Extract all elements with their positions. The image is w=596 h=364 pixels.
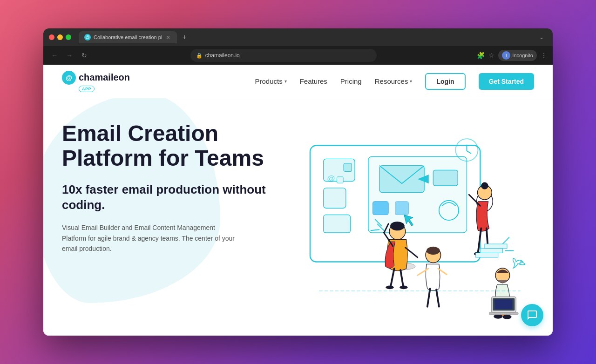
svg-point-46: [427, 247, 440, 255]
svg-rect-26: [485, 244, 507, 249]
back-button[interactable]: ←: [49, 50, 60, 61]
svg-rect-3: [324, 215, 351, 233]
svg-rect-57: [344, 163, 352, 171]
nav-features[interactable]: Features: [300, 77, 327, 85]
minimize-button[interactable]: [57, 34, 63, 40]
svg-line-34: [391, 269, 394, 286]
nav-products[interactable]: Products ▾: [255, 77, 286, 85]
profile-button[interactable]: I Incognito: [498, 50, 537, 61]
svg-point-40: [503, 315, 512, 319]
tab-title: Collaborative email creation pl: [94, 34, 162, 40]
tab-bar: @ Collaborative email creation pl ✕ +: [79, 31, 532, 43]
tab-favicon: @: [84, 34, 91, 40]
address-actions: 🧩 ☆ I Incognito ⋮: [477, 50, 547, 61]
svg-point-39: [494, 314, 502, 319]
maximize-button[interactable]: [66, 34, 71, 40]
window-controls: ⌄: [536, 32, 547, 43]
svg-point-30: [390, 222, 405, 230]
svg-text:@: @: [327, 174, 335, 183]
hero-section: Email Creation Platform for Teams 10x fa…: [43, 98, 553, 336]
hero-title: Email Creation Platform for Teams: [62, 121, 274, 171]
svg-rect-25: [481, 249, 503, 253]
title-bar: @ Collaborative email creation pl ✕ + ⌄: [43, 28, 553, 46]
window-collapse-icon[interactable]: ⌄: [536, 32, 547, 43]
browser-tab[interactable]: @ Collaborative email creation pl ✕: [79, 31, 177, 43]
hero-left: Email Creation Platform for Teams 10x fa…: [62, 117, 274, 326]
svg-rect-58: [337, 177, 343, 183]
close-button[interactable]: [49, 34, 54, 40]
logo-main: @ chamaileon: [62, 71, 130, 85]
login-button[interactable]: Login: [425, 73, 465, 90]
svg-rect-9: [373, 202, 389, 215]
extensions-icon[interactable]: 🧩: [477, 52, 485, 59]
svg-line-35: [400, 270, 403, 287]
lock-icon: 🔒: [196, 53, 203, 59]
more-options-icon[interactable]: ⋮: [541, 52, 547, 59]
address-bar: ← → ↻ 🔒 chamaileon.io 🧩 ☆ I Incognito ⋮: [43, 46, 553, 65]
star-icon[interactable]: ☆: [488, 52, 494, 59]
svg-rect-6: [433, 170, 458, 186]
new-tab-button[interactable]: +: [179, 32, 190, 43]
logo-area[interactable]: @ chamaileon APP: [62, 71, 130, 92]
svg-point-37: [400, 285, 408, 289]
products-chevron-icon: ▾: [284, 79, 287, 84]
browser-window: @ Collaborative email creation pl ✕ + ⌄ …: [43, 28, 553, 336]
logo-icon: @: [62, 71, 76, 85]
logo-badge: APP: [79, 86, 95, 92]
refresh-button[interactable]: ↻: [79, 50, 90, 61]
svg-rect-43: [489, 312, 518, 315]
profile-label: Incognito: [512, 53, 533, 58]
forward-button[interactable]: →: [64, 50, 75, 61]
svg-line-55: [503, 237, 509, 244]
profile-avatar: I: [502, 51, 510, 60]
chat-button[interactable]: [521, 304, 543, 326]
hero-subtitle: 10x faster email production without codi…: [62, 182, 274, 214]
svg-point-23: [481, 182, 488, 189]
logo-text: chamaileon: [79, 72, 130, 83]
nav-pricing[interactable]: Pricing: [340, 77, 362, 85]
svg-rect-5: [379, 166, 424, 193]
svg-line-50: [436, 290, 439, 307]
nav-resources[interactable]: Resources ▾: [375, 77, 413, 85]
get-started-button[interactable]: Get Started: [479, 73, 534, 90]
hero-description: Visual Email Builder and Email Content M…: [62, 222, 239, 254]
hero-illustration: @: [274, 117, 534, 326]
url-text: chamaileon.io: [205, 52, 240, 59]
page-content: @ chamaileon APP Products ▾ Features Pri…: [43, 65, 553, 336]
svg-rect-24: [476, 253, 498, 257]
tab-close-button[interactable]: ✕: [165, 34, 171, 40]
svg-rect-2: [324, 188, 346, 208]
traffic-lights: [49, 34, 71, 40]
svg-rect-10: [395, 202, 409, 215]
svg-line-49: [427, 289, 430, 306]
hero-right: @: [274, 117, 534, 326]
site-nav: @ chamaileon APP Products ▾ Features Pri…: [43, 65, 553, 98]
svg-rect-44: [494, 299, 512, 309]
resources-chevron-icon: ▾: [410, 79, 412, 84]
nav-links: Products ▾ Features Pricing Resources ▾ …: [255, 73, 534, 90]
svg-point-36: [386, 285, 394, 289]
url-bar[interactable]: 🔒 chamaileon.io: [190, 49, 377, 62]
